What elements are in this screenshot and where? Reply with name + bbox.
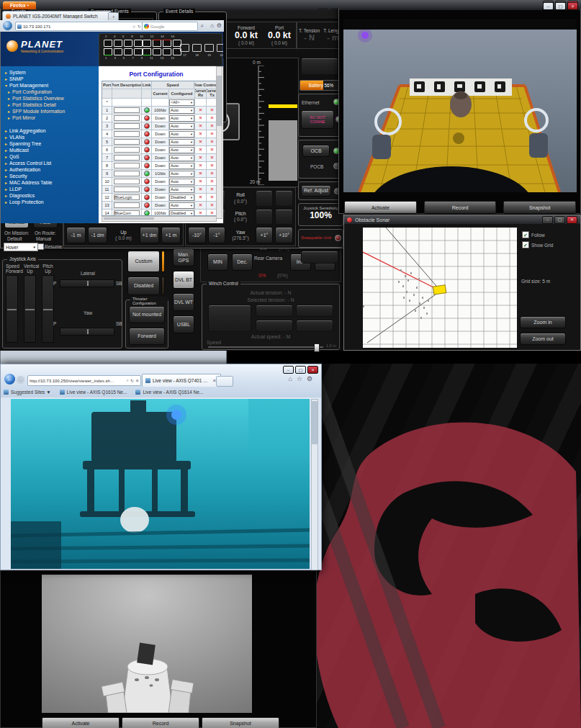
disabled-button[interactable]: Disabled: [127, 277, 160, 295]
sidebar-menu-item[interactable]: ▸ Port Statistics Overview: [1, 95, 99, 102]
plus-1m-button[interactable]: +1 m: [161, 227, 181, 243]
port-description-input[interactable]: [114, 171, 140, 176]
sidebar-menu-item[interactable]: ▸ SFP Module Information: [1, 108, 99, 114]
speed-configured-select[interactable]: Auto▼: [169, 131, 194, 138]
speed-slider-track[interactable]: [208, 346, 323, 348]
mission-mode-select[interactable]: Hover▼: [4, 243, 38, 251]
port-description-input[interactable]: [114, 115, 140, 121]
sidebar-menu-item[interactable]: ▸ Security: [1, 173, 99, 179]
speed-configured-select[interactable]: Auto▼: [169, 123, 194, 130]
nav-source-button[interactable]: USBL: [173, 315, 194, 333]
sidebar-menu-item[interactable]: ▸ SNMP: [1, 76, 99, 82]
vertical-scrollbar[interactable]: [311, 399, 318, 570]
minimize-button[interactable]: –: [283, 366, 294, 374]
lateral-slider[interactable]: [60, 279, 114, 287]
speed-configured-select[interactable]: Disabled▼: [169, 210, 194, 217]
minus-1deg-button[interactable]: -1°: [208, 227, 226, 243]
browser-tab[interactable]: PLANET IGS-20040MT Managed Switch: [2, 11, 112, 20]
minus-10deg-button[interactable]: -10°: [188, 227, 206, 243]
camera-min-button[interactable]: MIN: [207, 253, 228, 271]
sidebar-menu-item[interactable]: ▾ Port Management: [1, 82, 99, 89]
favorites-icon[interactable]: ☆: [297, 375, 302, 382]
axis-slider[interactable]: [42, 275, 54, 343]
nav-source-button[interactable]: Man. GPS: [173, 248, 194, 266]
address-bar[interactable]: http://10.73.100.250/view/viewer_index.s…: [27, 375, 141, 386]
port-description-input[interactable]: [114, 202, 140, 208]
resume-checkbox[interactable]: [37, 243, 44, 250]
firefox-app-button[interactable]: Firefox ▾: [3, 1, 36, 9]
port-description-input[interactable]: [114, 179, 140, 184]
speed-configured-select[interactable]: Auto▼: [169, 139, 194, 145]
axis-slider[interactable]: [6, 275, 18, 343]
speed-configured-select[interactable]: Auto▼: [169, 187, 194, 193]
follow-checkbox[interactable]: ✔: [522, 231, 529, 238]
page-horizontal-scrollbar[interactable]: [102, 216, 217, 222]
home-icon[interactable]: ⌂: [289, 375, 292, 382]
port-description-input[interactable]: [114, 123, 140, 129]
forward-button[interactable]: Forward: [129, 328, 165, 345]
speed-configured-select[interactable]: Auto▼: [169, 163, 194, 169]
camera-control-button[interactable]: Record: [424, 201, 497, 214]
speed-slider-handle[interactable]: [314, 343, 320, 352]
forward-button[interactable]: →: [17, 376, 24, 384]
port-description-input[interactable]: [114, 139, 140, 145]
search-icon[interactable]: ⌕: [127, 378, 129, 383]
sidebar-menu-item[interactable]: ▸ System: [1, 69, 99, 76]
back-button[interactable]: ←: [3, 21, 12, 30]
speed-configured-select[interactable]: Auto▼: [169, 179, 194, 185]
port-description-input[interactable]: [114, 147, 140, 153]
speed-configured-select[interactable]: Auto▼: [169, 171, 194, 177]
back-button[interactable]: ←: [4, 374, 15, 385]
minimize-button[interactable]: –: [543, 2, 554, 10]
sidebar-menu-item[interactable]: ▸ Access Control List: [1, 160, 99, 166]
close-button[interactable]: ✕: [567, 216, 577, 224]
sidebar-menu-item[interactable]: ▸ Port Statistics Detail: [1, 102, 99, 108]
plus-1dm-button[interactable]: +1 dm: [140, 227, 159, 243]
home-icon[interactable]: ⌂: [210, 22, 214, 29]
sonar-titlebar[interactable]: Obstacle Sonar – ▢ ✕: [344, 215, 580, 224]
speed-configured-select[interactable]: Auto▼: [169, 107, 194, 114]
winch-button[interactable]: [256, 320, 293, 332]
yaw-slider[interactable]: [60, 328, 114, 336]
speed-configured-select[interactable]: Auto▼: [169, 202, 194, 209]
close-button[interactable]: ✕: [567, 2, 578, 10]
port-description-input[interactable]: [114, 163, 140, 168]
favorites-bar-link[interactable]: Live view - AXIS Q1615 Ne...: [60, 390, 127, 395]
zoom-out-button[interactable]: Zoom out: [520, 333, 566, 345]
sidebar-menu-item[interactable]: ▸ VLANs: [1, 134, 99, 140]
bookmark-icon[interactable]: ☆: [132, 24, 136, 29]
winch-button[interactable]: [208, 305, 251, 332]
camera-control-button[interactable]: Snapshot: [202, 717, 279, 728]
sidebar-menu-item[interactable]: ▸ Multicast: [1, 147, 99, 153]
camera-control-button[interactable]: Activate: [42, 717, 120, 728]
close-button[interactable]: ✕: [307, 366, 318, 374]
port-description-input[interactable]: [114, 155, 140, 161]
events-titlebar[interactable]: Events – ▢ ✕: [0, 0, 581, 9]
port-description-input[interactable]: [114, 107, 140, 113]
speed-configured-select[interactable]: Auto▼: [169, 115, 194, 122]
sidebar-menu-item[interactable]: ▸ Link Aggregation: [1, 127, 99, 134]
ref-adjust-button[interactable]: Ref. Adjust: [301, 185, 331, 197]
sidebar-menu-item[interactable]: ▸ Diagnostics: [1, 192, 99, 199]
plus-1deg-button[interactable]: +1°: [256, 227, 274, 243]
sc-not-connected-button[interactable]: SC NOT CONNE: [301, 110, 334, 129]
favorites-bar-link[interactable]: Live view - AXIS Q1614 Ne...: [135, 390, 203, 395]
search-icon[interactable]: ⌕: [201, 22, 204, 30]
show-grid-checkbox[interactable]: ✔: [522, 241, 529, 248]
sidebar-menu-item[interactable]: ▸ LLDP: [1, 186, 99, 192]
search-box[interactable]: Google: [142, 22, 198, 31]
nav-source-button[interactable]: DVL WT: [173, 293, 194, 311]
refresh-icon[interactable]: ↻: [138, 24, 141, 29]
winch-button[interactable]: [296, 320, 333, 332]
not-mounted-button[interactable]: Not mounted: [129, 306, 165, 323]
plus-10deg-button[interactable]: +10°: [275, 227, 293, 243]
port-description-input[interactable]: [114, 187, 140, 192]
sidebar-menu-item[interactable]: ▸ Port Mirror: [1, 114, 99, 121]
browser-tab[interactable]: Live view - AXIS Q7401 Vide... ✕: [142, 374, 221, 387]
nav-source-button[interactable]: DVL BT: [173, 271, 194, 289]
favorites-bar-link[interactable]: Suggested Sites ▼: [4, 390, 51, 395]
new-tab-button[interactable]: [216, 376, 233, 387]
port-description-input[interactable]: BlueLogic: [114, 194, 140, 200]
speed-configured-select[interactable]: Auto▼: [169, 155, 194, 161]
address-bar[interactable]: 10.73.100.171 ☆ ↻: [15, 22, 143, 31]
